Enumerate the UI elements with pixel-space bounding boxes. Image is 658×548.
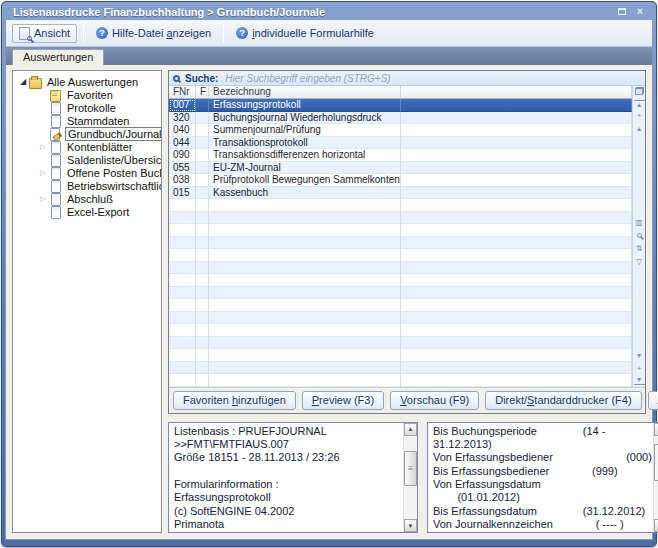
- table-row-empty: [169, 224, 632, 237]
- table-row-055[interactable]: 055EU-ZM-Journal: [169, 162, 632, 175]
- button-direkt-standarddrucker-f4[interactable]: Direkt/Standarddrucker (F4): [485, 391, 641, 410]
- grid-cell: 055: [169, 162, 196, 175]
- tree-item-grundbuch-journale[interactable]: Grundbuch/Journale: [15, 127, 159, 140]
- tree-item-offene-posten-buchhaltung[interactable]: ▷Offene Posten Buchhaltung: [15, 166, 159, 179]
- layout-copy-icon[interactable]: [635, 87, 644, 95]
- search-icon[interactable]: [634, 231, 645, 241]
- scroll-down-icon[interactable]: ▼: [404, 519, 417, 532]
- page-down-icon[interactable]: ▾: [634, 351, 645, 361]
- page-icon: [49, 167, 61, 179]
- info-line: Größe 18151 - 28.11.2013 / 23:26: [174, 451, 402, 464]
- table-row-empty: [169, 249, 632, 262]
- tree-item-favoriten[interactable]: Favoriten: [15, 88, 159, 101]
- table-row-038[interactable]: 038Prüfprotokoll Bewegungen Sammelkonten: [169, 174, 632, 187]
- page-icon: [49, 193, 61, 205]
- tree-item-alle-auswertungen[interactable]: ◢Alle Auswertungen: [15, 75, 159, 88]
- column-header-bezeichnung[interactable]: Bezeichnung: [209, 86, 401, 98]
- grid-cell: [169, 212, 196, 225]
- parameter-line: 31.12.2013): [433, 438, 652, 451]
- grid-cell: [196, 362, 209, 375]
- scroll-bottom-icon[interactable]: ▾: [634, 377, 645, 385]
- scroll-down-icon[interactable]: ▼: [654, 519, 658, 532]
- tree-item-excel-export[interactable]: Excel-Export: [15, 205, 159, 218]
- column-header-f[interactable]: F: [196, 86, 209, 98]
- grid-cell: [196, 337, 209, 350]
- restore-button[interactable]: [615, 6, 629, 18]
- grid-cell: 090: [169, 149, 196, 162]
- table-row-044[interactable]: 044Transaktionsprotokoll: [169, 137, 632, 150]
- tree-item-label: Grundbuch/Journale: [65, 127, 162, 141]
- info-panel-scrollbar[interactable]: ▲ ≡ ▼: [403, 423, 417, 533]
- grid-cell: [401, 324, 632, 337]
- grid-cell: [209, 224, 401, 237]
- individuelle-formularhilfe-button[interactable]: ? individuelle Formularhilfe: [230, 25, 380, 41]
- parameters-panel-scrollbar[interactable]: ▲ ≡ ▼: [653, 423, 658, 533]
- app-window: Listenausdrucke Finanzbuchhaltung > Grun…: [1, 1, 657, 547]
- view-magnifier-icon: [19, 27, 30, 40]
- button-preview-f3[interactable]: Preview (F3): [302, 391, 384, 410]
- scroll-top-icon[interactable]: ▴: [634, 100, 645, 108]
- table-row-040[interactable]: 040Summenjournal/Prüfung: [169, 124, 632, 137]
- tree-item-kontenbl-tter[interactable]: ▷Kontenblätter: [15, 140, 159, 153]
- table-row-090[interactable]: 090Transaktionsdifferenzen horizontal: [169, 149, 632, 162]
- table-row-320[interactable]: 320Buchungsjournal Wiederholungsdruck: [169, 112, 632, 125]
- toolbar-separator: [223, 24, 224, 42]
- table-row-empty: [169, 362, 632, 375]
- tree-item-stammdaten[interactable]: Stammdaten: [15, 114, 159, 127]
- table-row-007[interactable]: 007Erfassungsprotokoll: [169, 99, 632, 112]
- grid-cell: [169, 262, 196, 275]
- search-input[interactable]: [223, 72, 641, 85]
- grid-cell: [196, 137, 209, 150]
- ansicht-button[interactable]: Ansicht: [12, 24, 77, 43]
- scroll-up-icon[interactable]: ▲: [654, 423, 658, 436]
- scroll-up-icon[interactable]: ▲: [404, 423, 417, 436]
- tree-item-saldenliste-bersicht[interactable]: Saldenliste/Übersicht: [15, 153, 159, 166]
- grid-cell: [169, 337, 196, 350]
- search-icon: [173, 75, 180, 82]
- grid-cell: 007: [169, 99, 196, 112]
- content-area: ◢Alle AuswertungenFavoritenProtokolleSta…: [6, 65, 652, 539]
- grid-cell: [209, 349, 401, 362]
- tree-item-protokolle[interactable]: Protokolle: [15, 101, 159, 114]
- tree-item-betriebswirtschaftliche-auswertungen[interactable]: Betriebswirtschaftliche Auswertungen: [15, 179, 159, 192]
- expander-collapsed-icon[interactable]: ▷: [37, 166, 49, 179]
- page-icon: [49, 206, 61, 218]
- grid-cell: [169, 349, 196, 362]
- column-chooser-icon[interactable]: ▥: [634, 218, 645, 228]
- grid-cell: [169, 312, 196, 325]
- parameter-line: Bis Erfassungsdatum (31.12.2012): [433, 505, 652, 518]
- expander-collapsed-icon[interactable]: ▷: [37, 140, 49, 153]
- bottom-panels: Listenbasis : PRUEFJOURNAL>>FMT\FMTFIAUS…: [168, 422, 646, 534]
- scroll-thumb[interactable]: ≡: [404, 451, 417, 486]
- page-up-icon[interactable]: ▴: [634, 124, 645, 134]
- auswertungen-tree: ◢Alle AuswertungenFavoritenProtokolleSta…: [12, 70, 162, 533]
- table-row-015[interactable]: 015Kassenbuch: [169, 187, 632, 200]
- grid-cell: [169, 299, 196, 312]
- grid-cell: [169, 199, 196, 212]
- grid-cell: [196, 274, 209, 287]
- button-auswertung-drucken[interactable]: Auswertung drucken: [648, 391, 658, 410]
- filter-icon[interactable]: ▽: [634, 257, 645, 267]
- tab-auswertungen[interactable]: Auswertungen: [12, 49, 104, 65]
- parameter-line: Bis Erfassungsbediener (999): [433, 465, 652, 478]
- grid-cell: 040: [169, 124, 196, 137]
- hilfe-datei-anzeigen-button[interactable]: ? Hilfe-Datei anzeigen: [90, 25, 217, 41]
- expander-expanded-icon[interactable]: ◢: [17, 75, 29, 88]
- close-button[interactable]: ×: [633, 6, 647, 18]
- window-body: Ansicht ? Hilfe-Datei anzeigen ? individ…: [5, 20, 653, 540]
- grid-cell: [196, 374, 209, 387]
- insert-row-icon[interactable]: +: [634, 111, 645, 121]
- grid-cell: [209, 362, 401, 375]
- append-row-icon[interactable]: +: [634, 364, 645, 374]
- grid-cell: [169, 249, 196, 262]
- button-vorschau-f9[interactable]: Vorschau (F9): [390, 391, 479, 410]
- toolbar: Ansicht ? Hilfe-Datei anzeigen ? individ…: [6, 20, 652, 47]
- expander-collapsed-icon[interactable]: ▷: [37, 192, 49, 205]
- button-favoriten-hinzuf-gen[interactable]: Favoriten hinzufügen: [173, 391, 296, 410]
- column-header-fnr[interactable]: FNr: [169, 86, 196, 98]
- scroll-thumb[interactable]: ≡: [654, 444, 658, 482]
- tree-item-abschlu[interactable]: ▷Abschluß: [15, 192, 159, 205]
- sort-icon[interactable]: ⇅: [634, 244, 645, 254]
- help-icon: ?: [236, 27, 248, 39]
- grid-cell: [209, 212, 401, 225]
